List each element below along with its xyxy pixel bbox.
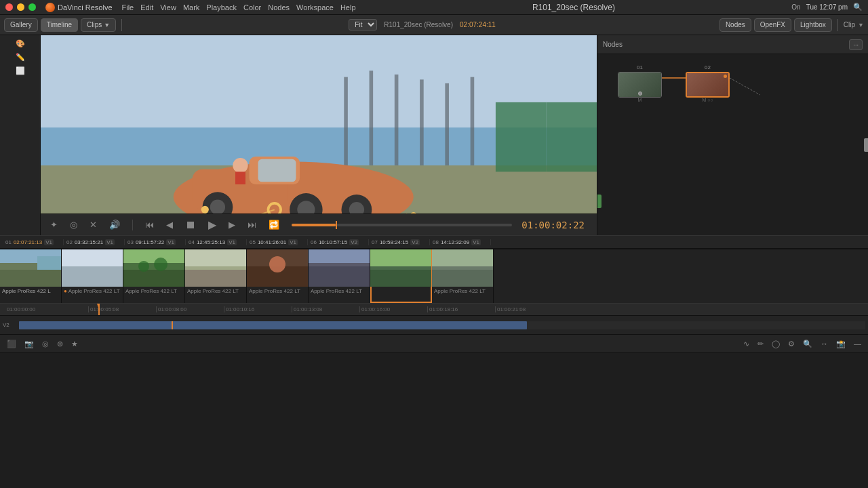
close-dot[interactable]	[5, 3, 13, 11]
clip-item-04[interactable]: Apple ProRes 422 LT	[185, 249, 247, 303]
node-02[interactable]: 02 M ○○	[686, 64, 730, 102]
color-tool-camera[interactable]: 📸	[833, 338, 848, 350]
playback-scrubber[interactable]	[292, 224, 512, 226]
clips-strip: Apple ProRes 422 L ● Apple ProRes 422 LT	[0, 249, 868, 303]
menu-help[interactable]: Help	[340, 3, 356, 12]
menu-nodes[interactable]: Nodes	[268, 3, 290, 12]
magic-wand-btn[interactable]: ✦	[47, 218, 60, 231]
fit-select[interactable]: Fit	[349, 19, 377, 30]
clip-info-01: Apple ProRes 422 L	[0, 287, 61, 296]
node-01-box[interactable]	[618, 72, 662, 98]
clip-item-07[interactable]	[370, 249, 432, 303]
clip-08-svg	[432, 249, 493, 287]
svg-rect-43	[37, 256, 61, 270]
menu-bar[interactable]: File Edit View Mark Playback Color Nodes…	[122, 3, 356, 12]
clip-item-06[interactable]: Apple ProRes 422 LT	[309, 249, 370, 303]
clip-item-03[interactable]: Apple ProRes 422 LT	[123, 249, 185, 303]
clip-dropdown-icon[interactable]: ▼	[858, 22, 864, 28]
node-01-input-dot	[638, 92, 642, 96]
openfx-btn[interactable]: OpenFX	[754, 18, 791, 32]
viewer-controls-bar: ✦ ◎ ✕ 🔊 ⏮ ◀ ⏹ ▶ ▶ ⏭ 🔁 01:00:0	[41, 214, 597, 235]
cross-btn[interactable]: ✕	[87, 218, 100, 231]
loop-btn[interactable]: 🔁	[266, 218, 282, 231]
clip-item-08[interactable]: Apple ProRes 422 LT	[432, 249, 494, 303]
play-btn[interactable]: ▶	[205, 217, 219, 232]
clips-tab[interactable]: Clips ▼	[81, 18, 116, 32]
clip-h-v-04: V1	[227, 239, 237, 245]
viewer-canvas[interactable]	[41, 35, 597, 214]
skip-end-btn[interactable]: ⏭	[245, 218, 259, 231]
color-tool-highlight[interactable]: ◎	[39, 338, 52, 350]
top-toolbar-right: Nodes OpenFX Lightbox Clip ▼	[719, 18, 864, 32]
clip-item-01[interactable]: Apple ProRes 422 L	[0, 249, 62, 303]
main-area: 🎨 ✏️ ⬜	[0, 35, 868, 488]
clip-h-tc-05: 10:41:26:01	[258, 239, 286, 245]
menu-view[interactable]: View	[160, 3, 176, 12]
color-tool-arrows[interactable]: ↔	[818, 338, 831, 349]
clip-h-tc-02: 03:32:15:21	[75, 239, 103, 245]
nodes-btn[interactable]: Nodes	[719, 18, 751, 32]
nodes-header-right: ···	[849, 39, 863, 50]
timeline-tab[interactable]: Timeline	[41, 18, 78, 32]
svg-rect-5	[395, 75, 399, 165]
viewer-tool-3[interactable]: ⬜	[13, 65, 28, 77]
nodes-canvas[interactable]: 01 M 02 M ○○	[597, 54, 868, 235]
clip-01-svg	[0, 249, 61, 287]
menu-edit[interactable]: Edit	[140, 3, 153, 12]
svg-rect-45	[62, 266, 123, 287]
ruler-mark-4: 01:00:13:08	[292, 306, 322, 312]
clip-item-02[interactable]: ● Apple ProRes 422 LT	[62, 249, 123, 303]
viewer-tool-2[interactable]: ✏️	[13, 52, 28, 63]
color-tool-star[interactable]: ★	[68, 338, 81, 350]
clip-label: Clip	[844, 21, 855, 28]
toolbar-sep-2	[837, 19, 838, 31]
menu-file[interactable]: File	[122, 3, 134, 12]
minimize-dot[interactable]	[17, 3, 24, 11]
lightbox-btn[interactable]: Lightbox	[794, 18, 832, 32]
timeline-tracks[interactable]: V2	[0, 315, 868, 334]
timeline-ruler[interactable]: 01:00:00:00 01:00:05:08 01:00:08:00 01:0…	[0, 303, 868, 315]
maximize-dot[interactable]	[28, 3, 36, 11]
svg-rect-49	[123, 249, 184, 263]
viewer-tool-1[interactable]: 🎨	[13, 38, 28, 49]
search-icon[interactable]: 🔍	[853, 3, 863, 12]
color-tool-zoom[interactable]: 🔍	[800, 338, 815, 350]
clip-thumb-04	[185, 249, 246, 287]
clip-thumb-08	[432, 249, 493, 287]
color-tool-line[interactable]: —	[851, 338, 864, 349]
menu-playback[interactable]: Playback	[206, 3, 237, 12]
clip-info-04: Apple ProRes 422 LT	[185, 287, 246, 296]
ruler-mark-1: 01:00:05:08	[88, 306, 119, 312]
audio-btn[interactable]: 🔊	[106, 218, 123, 231]
target-btn[interactable]: ◎	[67, 218, 80, 231]
track-v2-bar[interactable]	[19, 321, 865, 329]
node-02-label: 02	[686, 64, 730, 70]
track-v2-segment	[19, 321, 527, 329]
color-tool-curves[interactable]: ∿	[741, 338, 752, 350]
menu-workspace[interactable]: Workspace	[296, 3, 334, 12]
color-tool-circle[interactable]: ◯	[769, 338, 783, 350]
menu-mark[interactable]: Mark	[183, 3, 199, 12]
svg-point-21	[233, 158, 248, 173]
node-02-box[interactable]	[686, 72, 730, 98]
clip-codec-03: Apple ProRes 422 LT	[125, 288, 182, 294]
clip-item-05[interactable]: Apple ProRes 422 LT	[247, 249, 309, 303]
step-fwd-btn[interactable]: ▶	[226, 218, 238, 231]
color-tool-clips[interactable]: ⬛	[4, 338, 19, 350]
gallery-tab[interactable]: Gallery	[4, 18, 38, 32]
svg-line-38	[730, 78, 760, 95]
svg-rect-48	[123, 270, 184, 287]
stop-btn[interactable]: ⏹	[182, 218, 199, 232]
step-back-btn[interactable]: ◀	[163, 218, 176, 231]
color-tool-still[interactable]: 📷	[22, 338, 37, 350]
svg-rect-46	[62, 249, 123, 266]
nodes-options-btn[interactable]: ···	[849, 39, 863, 50]
color-tool-flag[interactable]: ⊕	[54, 338, 66, 350]
node-01[interactable]: 01 M	[618, 64, 662, 102]
clip-h-tc-01: 02:07:21:13	[14, 239, 42, 245]
skip-start-btn[interactable]: ⏮	[142, 218, 157, 231]
clip-codec-08: Apple ProRes 422 LT	[434, 288, 491, 294]
color-tool-pen[interactable]: ✏	[755, 338, 766, 350]
color-tool-gear[interactable]: ⚙	[785, 338, 797, 350]
menu-color[interactable]: Color	[243, 3, 261, 12]
